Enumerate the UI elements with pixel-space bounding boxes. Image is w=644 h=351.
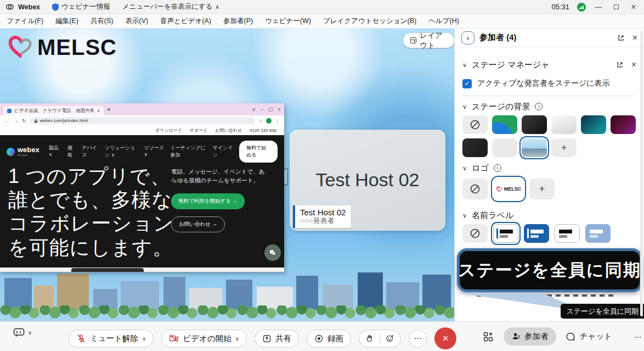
emoji-reaction-icon[interactable] bbox=[386, 334, 394, 343]
minimize-button[interactable]: — bbox=[594, 3, 603, 11]
site-nav-pricing[interactable]: 価格 bbox=[67, 144, 76, 159]
name-label-none-option[interactable] bbox=[462, 224, 488, 243]
stage-background-section-header[interactable]: ∨ ステージの背景 i bbox=[455, 100, 644, 113]
site-chat-fab[interactable] bbox=[264, 244, 281, 261]
logo-section-header[interactable]: ∨ ロゴ i bbox=[455, 161, 644, 175]
browser-tab[interactable]: ビデオ会議、クラウド電話、画面共有 × bbox=[3, 106, 104, 115]
divider bbox=[380, 333, 380, 343]
browser-maximize[interactable]: ▢ bbox=[268, 107, 273, 112]
browser-profile-avatar[interactable] bbox=[266, 118, 272, 124]
menu-help[interactable]: ヘルプ(H) bbox=[428, 16, 459, 26]
chevron-down-icon: ∨ bbox=[462, 103, 467, 110]
browser-titlebar: ビデオ会議、クラウド電話、画面共有 × + ∨ – ▢ × bbox=[0, 103, 284, 115]
participants-panel-button[interactable]: 参加者 bbox=[504, 327, 556, 346]
menu-participants[interactable]: 参加者(P) bbox=[223, 16, 253, 26]
name-label-option-plain[interactable] bbox=[555, 224, 580, 243]
star-icon[interactable]: ☆ bbox=[258, 118, 263, 124]
site-join-link[interactable]: ミーティングに参加 bbox=[171, 144, 207, 159]
logo-none-option[interactable] bbox=[462, 179, 488, 199]
maximize-button[interactable] bbox=[611, 3, 621, 11]
background-option-gray[interactable] bbox=[492, 138, 517, 157]
apps-icon[interactable] bbox=[483, 331, 494, 342]
panel-close-icon[interactable]: × bbox=[632, 33, 637, 43]
layout-button[interactable]: レイアウト bbox=[403, 33, 454, 48]
raise-hand-icon[interactable] bbox=[365, 334, 374, 343]
site-cta-secondary-button[interactable]: お問い合わせ → bbox=[171, 216, 225, 232]
active-speaker-checkbox-row[interactable]: ✓ アクティブな発言者をステージに表示 bbox=[455, 77, 644, 90]
new-tab-button[interactable]: + bbox=[107, 106, 110, 113]
shield-icon bbox=[52, 3, 59, 11]
background-none-option[interactable] bbox=[462, 115, 488, 134]
checkbox-checked-icon[interactable]: ✓ bbox=[462, 79, 472, 88]
share-button[interactable]: 共有 bbox=[255, 330, 299, 348]
info-icon[interactable]: i bbox=[535, 103, 543, 110]
browser-more-icon[interactable]: ⋮ bbox=[275, 118, 280, 124]
site-cta-primary-button[interactable]: 無料で利用を開始する → bbox=[171, 193, 245, 209]
logo-add-button[interactable]: + bbox=[529, 179, 555, 199]
webex-site-logo[interactable]: webex by cisco bbox=[7, 147, 39, 157]
captions-button[interactable]: ∨ bbox=[13, 328, 32, 337]
menu-share[interactable]: 共有(S) bbox=[91, 16, 114, 26]
site-nav-solutions[interactable]: ソリューション ∨ bbox=[105, 144, 137, 159]
stage-manager-section-header[interactable]: ∨ ステージ マネージャ × bbox=[455, 57, 644, 73]
unmute-button[interactable]: ミュート解除 ∨ bbox=[69, 330, 154, 348]
sync-stage-magnified-callout[interactable]: ステージを全員に同期 bbox=[457, 248, 642, 292]
tab-close-icon[interactable]: × bbox=[97, 108, 100, 114]
background-add-button[interactable]: + bbox=[551, 138, 577, 157]
background-option-city-selected[interactable] bbox=[522, 138, 547, 157]
browser-close[interactable]: × bbox=[278, 107, 281, 112]
browser-menu-chevron[interactable]: ∨ bbox=[252, 107, 256, 112]
background-option-blue-green[interactable] bbox=[492, 115, 517, 134]
webinar-info-button[interactable]: ウェビナー情報 bbox=[52, 2, 110, 12]
site-utility-links: ダウンロード サポート お問い合わせ 0120 339 836 bbox=[0, 126, 284, 135]
url-field[interactable]: webex.com/ja/index.html bbox=[30, 117, 255, 124]
link-download[interactable]: ダウンロード bbox=[155, 127, 182, 133]
link-contact[interactable]: お問い合わせ bbox=[215, 127, 242, 133]
name-label-option-blue[interactable] bbox=[524, 224, 549, 243]
chat-panel-button[interactable]: チャット bbox=[566, 331, 612, 342]
site-hero-subtext: 電話、メッセージ、イベントで、あらゆる規模のチームをサポート。 bbox=[171, 167, 265, 185]
hide-menubar-button[interactable]: メニューバーを非表示にする ∧ bbox=[122, 2, 219, 12]
info-icon[interactable]: i bbox=[494, 164, 501, 172]
name-label-option-lightblue[interactable] bbox=[585, 224, 611, 243]
video-tile-test-host-02[interactable]: Test Host 02 Test Host 02 ○○○発表者 bbox=[290, 130, 445, 231]
background-option-dark[interactable] bbox=[522, 115, 547, 134]
site-nav-devices[interactable]: デバイス bbox=[82, 144, 98, 159]
name-label-section-header[interactable]: ∨ 名前ラベル bbox=[455, 209, 644, 222]
start-video-button[interactable]: ビデオの開始 ∨ bbox=[161, 330, 247, 348]
panel-scrollbar[interactable] bbox=[640, 31, 643, 316]
popout-icon[interactable] bbox=[616, 61, 624, 69]
name-label-option-white-bar-selected[interactable] bbox=[493, 224, 518, 243]
back-icon[interactable]: ← bbox=[4, 118, 10, 124]
menu-webinar[interactable]: ウェビナー(W) bbox=[265, 16, 311, 26]
chevron-up-icon: ∧ bbox=[216, 4, 219, 10]
lock-icon bbox=[34, 119, 38, 123]
ellipsis-icon: ⋯ bbox=[414, 333, 422, 343]
browser-minimize[interactable]: – bbox=[261, 107, 263, 112]
reload-icon[interactable]: ↻ bbox=[22, 118, 26, 124]
site-nav-products[interactable]: 製品 ∨ bbox=[49, 144, 61, 159]
site-start-free-button[interactable]: 無料で始める bbox=[239, 141, 278, 163]
record-button[interactable]: 録画 bbox=[307, 330, 351, 348]
panel-collapse-button[interactable]: › bbox=[461, 31, 474, 44]
more-panels-button[interactable]: ⋯ bbox=[634, 332, 642, 341]
menu-breakout[interactable]: ブレイクアウトセッション(B) bbox=[323, 16, 416, 26]
popout-icon[interactable] bbox=[617, 34, 625, 42]
site-nav-resources[interactable]: リソース ∨ bbox=[144, 144, 164, 159]
logo-option-melsc-selected[interactable]: MELSC bbox=[493, 178, 524, 200]
leave-webinar-button[interactable]: × bbox=[434, 327, 456, 349]
close-window-button[interactable]: × bbox=[629, 2, 639, 12]
link-support[interactable]: サポート bbox=[190, 127, 208, 133]
background-option-purple[interactable] bbox=[611, 115, 636, 134]
background-option-teal[interactable] bbox=[581, 115, 606, 134]
menu-audio-video[interactable]: 音声とビデオ(A) bbox=[160, 16, 211, 26]
background-option-black[interactable] bbox=[462, 138, 488, 157]
menu-file[interactable]: ファイル(F) bbox=[7, 16, 43, 26]
menu-view[interactable]: 表示(V) bbox=[125, 16, 148, 26]
background-option-light[interactable] bbox=[551, 115, 577, 134]
menu-edit[interactable]: 編集(E) bbox=[55, 16, 78, 26]
forward-icon[interactable]: → bbox=[13, 118, 19, 124]
site-signin-link[interactable]: サインイン bbox=[213, 144, 233, 159]
stage-manager-close-icon[interactable]: × bbox=[631, 60, 636, 70]
more-options-button[interactable]: ⋯ bbox=[409, 330, 427, 348]
